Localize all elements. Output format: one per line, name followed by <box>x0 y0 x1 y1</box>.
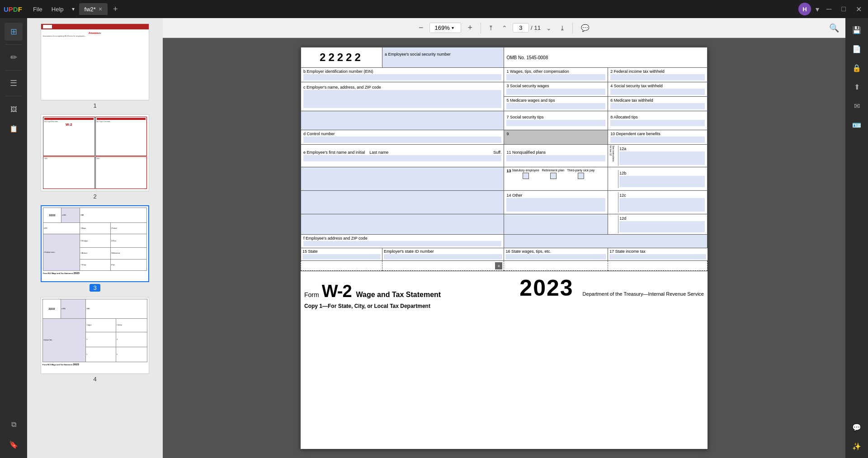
state-income-cell[interactable]: 17 State income tax <box>608 248 708 261</box>
retirement-label: Retirement plan <box>542 169 564 172</box>
help-menu[interactable]: Help <box>48 4 67 14</box>
right-stamp-icon[interactable]: 📄 <box>849 41 865 57</box>
medicare-tax-cell[interactable]: 6 Medicare tax withheld <box>608 97 708 111</box>
emp-name-cont2-cell <box>301 191 504 214</box>
thumbnail-4[interactable]: 22222 a SSN OMB employer data 1 wages 2 … <box>34 297 156 382</box>
control-num-cell[interactable]: d Control number <box>301 130 504 145</box>
prev-page-btn[interactable]: ⌃ <box>499 23 510 33</box>
toolbar: − 169% ▾ + ⤒ ⌃ / 11 ⌄ ⤓ <box>163 18 845 38</box>
retirement-checkbox[interactable] <box>550 173 557 179</box>
first-page-btn[interactable]: ⤒ <box>486 23 496 33</box>
field12b-label: 12b <box>619 171 705 175</box>
right-mail-icon[interactable]: ✉ <box>849 98 865 114</box>
minimize-btn[interactable]: ─ <box>824 4 834 14</box>
state-id2-cell[interactable]: + <box>382 261 504 271</box>
state2-cell[interactable] <box>301 261 382 271</box>
ein-field-cell[interactable]: b Employer identification number (EIN) <box>301 68 504 82</box>
thumbnail-2[interactable]: W-2 Copy B form data... W-2 W-2 Copy C f… <box>34 114 156 200</box>
thumbnail-1[interactable]: Attention: Instructions for completing W… <box>34 24 156 109</box>
field12b-cell[interactable]: 12b <box>608 167 708 191</box>
emp-suff-label: Suff. <box>493 150 501 155</box>
omb-number: OMB No. 1545-0008 <box>506 55 705 60</box>
sidebar-divider2 <box>5 70 22 71</box>
dep-care-cell[interactable]: 10 Dependent care benefits <box>608 130 708 145</box>
layers-icon[interactable]: ⧉ <box>5 416 23 434</box>
right-upload-icon[interactable]: ⬆ <box>849 79 865 95</box>
tab-name: fw2* <box>85 6 96 13</box>
nonqual-cell[interactable]: 11 Nonqualified plans <box>504 145 608 167</box>
dep-care-input <box>610 137 705 143</box>
wages-input <box>506 74 605 80</box>
fed-tax-cell[interactable]: 2 Federal income tax withheld <box>608 68 708 82</box>
last-page-btn[interactable]: ⤓ <box>557 23 568 33</box>
field12c-cell[interactable]: 12c <box>608 191 708 214</box>
zoom-out-btn[interactable]: − <box>415 21 427 34</box>
active-tab[interactable]: fw2* × <box>79 3 108 15</box>
page-number-input[interactable] <box>513 23 529 33</box>
ssn-value <box>385 57 502 63</box>
ss-tips-cell[interactable]: 7 Social security tips <box>504 111 608 130</box>
separator2 <box>572 23 573 33</box>
right-chat-icon[interactable]: 💬 <box>849 419 865 435</box>
employer-name-cell[interactable]: c Employer's name, address, and ZIP code <box>301 82 504 111</box>
state-wages-cell[interactable]: 16 State wages, tips, etc. <box>504 248 608 261</box>
dropdown-arrow[interactable]: ▾ <box>69 4 77 14</box>
tab-close-btn[interactable]: × <box>99 5 102 13</box>
field12a-cell[interactable]: See instructions for box 12 12a <box>608 145 708 167</box>
zoom-in-btn[interactable]: + <box>464 21 476 34</box>
allocated-tips-cell[interactable]: 8 Allocated tips <box>608 111 708 130</box>
ss-wages-label: 3 Social security wages <box>506 84 605 88</box>
add-tab-btn[interactable]: + <box>109 3 122 16</box>
page-container: 22222 a Employee's social security numbe… <box>301 47 708 449</box>
grid-view-icon[interactable]: ⊞ <box>5 23 23 41</box>
form-description: Wage and Tax Statement <box>356 291 441 299</box>
ssn-field-cell[interactable]: a Employee's social security number <box>382 47 504 68</box>
bookmark-icon[interactable]: 🔖 <box>5 435 23 453</box>
emp-address-cell[interactable]: f Employee's address and ZIP code <box>301 235 504 248</box>
thirdparty-checkbox[interactable] <box>578 173 584 179</box>
employer-name-label: c Employer's name, address, and ZIP code <box>303 85 501 90</box>
medicare-wages-cell[interactable]: 5 Medicare wages and tips <box>504 97 608 111</box>
statutory-checkbox[interactable] <box>523 173 529 179</box>
document-area[interactable]: 22222 a Employee's social security numbe… <box>163 38 845 458</box>
right-save-icon[interactable]: 💾 <box>849 22 865 38</box>
image-tool-icon[interactable]: 🖼 <box>5 100 23 118</box>
maximize-btn[interactable]: □ <box>839 4 849 14</box>
state-expand-icon[interactable]: + <box>495 262 502 269</box>
file-menu[interactable]: File <box>29 4 46 14</box>
ss-tips-input <box>506 120 605 126</box>
field12d-cell[interactable]: 12d <box>608 214 708 235</box>
field13-cell[interactable]: 13 Statutory employee Retirement plan <box>504 167 608 191</box>
state-wages2-cell[interactable] <box>504 261 608 271</box>
thirdparty-label: Third-party sick pay <box>567 169 594 172</box>
emp-name-cell[interactable]: e Employee's first name and initial Last… <box>301 145 504 167</box>
wages-cell[interactable]: 1 Wages, tips, other compensation <box>504 68 608 82</box>
next-page-btn[interactable]: ⌄ <box>543 23 554 33</box>
edit-tool-icon[interactable]: ✏ <box>5 48 23 66</box>
zoom-display[interactable]: 169% ▾ <box>429 23 461 33</box>
stamp-tool-icon[interactable]: 📋 <box>5 120 23 138</box>
zoom-dropdown-icon: ▾ <box>452 25 454 30</box>
right-magic-icon[interactable]: ✨ <box>849 438 865 454</box>
state-income2-cell[interactable] <box>608 261 708 271</box>
comment-btn[interactable]: 💬 <box>577 22 593 34</box>
field9-label: 9 <box>506 132 605 136</box>
thumbnail-3[interactable]: 22222 a SSN OMB b EIN 1 Wages 2 Federal … <box>34 205 156 292</box>
ein-label: b Employer identification number (EIN) <box>303 69 501 74</box>
close-window-btn[interactable]: ✕ <box>853 4 864 14</box>
nav-dropdown-btn[interactable]: ▾ <box>816 5 819 14</box>
thumb-label-1: 1 <box>93 102 96 109</box>
list-tool-icon[interactable]: ☰ <box>5 74 23 92</box>
field14-cell[interactable]: 14 Other <box>504 191 608 214</box>
form-dept: Department of the Treasury—Internal Reve… <box>583 291 704 297</box>
nonqual-input <box>506 155 605 161</box>
ss-tax-cell[interactable]: 4 Social security tax withheld <box>608 82 708 97</box>
right-lock-icon[interactable]: 🔒 <box>849 60 865 76</box>
search-btn[interactable]: 🔍 <box>827 21 841 35</box>
right-id-icon[interactable]: 🪪 <box>849 117 865 133</box>
ss-wages-cell[interactable]: 3 Social security wages <box>504 82 608 97</box>
state-id-cell[interactable]: Employer's state ID number <box>382 248 504 261</box>
state-cell[interactable]: 15 State <box>301 248 382 261</box>
form-word: Form <box>304 291 319 298</box>
user-avatar[interactable]: H <box>798 3 811 15</box>
